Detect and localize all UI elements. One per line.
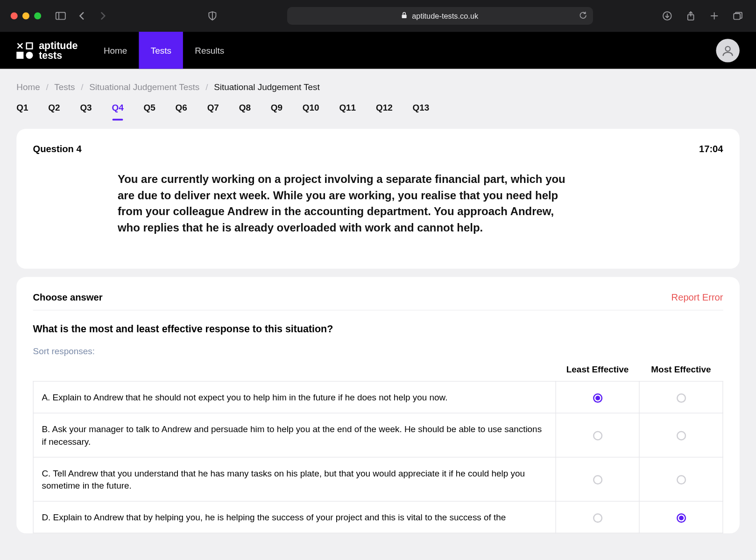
question-card: Question 4 17:04 You are currently worki… <box>16 129 740 269</box>
url-text: aptitude-tests.co.uk <box>412 12 478 21</box>
new-tab-icon[interactable] <box>707 8 722 24</box>
tab-q13[interactable]: Q13 <box>413 102 430 112</box>
answer-option-text: C. Tell Andrew that you understand that … <box>33 457 556 502</box>
fullscreen-window-icon[interactable] <box>34 12 41 19</box>
answer-option-text: A. Explain to Andrew that he should not … <box>33 381 556 413</box>
tab-q10[interactable]: Q10 <box>303 102 319 112</box>
tab-q1[interactable]: Q1 <box>16 102 28 112</box>
back-icon[interactable] <box>74 8 90 24</box>
col-header-most: Most Effective <box>639 364 723 381</box>
question-label: Question 4 <box>33 144 82 155</box>
answer-row: B. Ask your manager to talk to Andrew an… <box>33 413 723 457</box>
brand-logo[interactable]: aptitude tests <box>16 40 78 60</box>
breadcrumb: Home / Tests / Situational Judgement Tes… <box>16 82 740 91</box>
radio-least-a[interactable] <box>593 393 602 403</box>
forward-icon[interactable] <box>95 8 111 24</box>
svg-rect-10 <box>734 14 740 20</box>
radio-most-c[interactable] <box>676 475 685 484</box>
close-window-icon[interactable] <box>11 12 18 19</box>
answer-row: D. Explain to Andrew that by helping you… <box>33 501 723 533</box>
tab-q9[interactable]: Q9 <box>271 102 283 112</box>
lock-icon <box>401 12 407 21</box>
page-content: Home / Tests / Situational Judgement Tes… <box>0 69 756 554</box>
choose-answer-label: Choose answer <box>33 292 103 303</box>
tab-q6[interactable]: Q6 <box>176 102 187 112</box>
radio-least-c[interactable] <box>593 475 602 484</box>
divider <box>33 310 723 310</box>
breadcrumb-home[interactable]: Home <box>16 82 40 91</box>
question-text: You are currently working on a project i… <box>118 171 577 236</box>
svg-rect-0 <box>56 12 65 19</box>
tab-q2[interactable]: Q2 <box>48 102 60 112</box>
sort-responses-label: Sort responses: <box>33 346 723 356</box>
site-header: aptitude tests Home Tests Results <box>0 32 756 69</box>
question-tabs: Q1 Q2 Q3 Q4 Q5 Q6 Q7 Q8 Q9 Q10 Q11 Q12 Q… <box>16 102 740 112</box>
radio-least-d[interactable] <box>593 513 602 523</box>
breadcrumb-tests[interactable]: Tests <box>54 82 75 91</box>
browser-chrome: aptitude-tests.co.uk <box>0 0 756 32</box>
answer-option-text: D. Explain to Andrew that by helping you… <box>33 501 556 533</box>
brand-text: aptitude tests <box>39 40 78 60</box>
answer-prompt: What is the most and least effective res… <box>33 323 723 335</box>
address-bar[interactable]: aptitude-tests.co.uk <box>287 7 593 25</box>
tabs-overview-icon[interactable] <box>730 8 746 24</box>
tab-q8[interactable]: Q8 <box>239 102 251 112</box>
answer-row: C. Tell Andrew that you understand that … <box>33 457 723 502</box>
tab-q11[interactable]: Q11 <box>339 102 356 112</box>
address-bar-container: aptitude-tests.co.uk <box>226 7 654 25</box>
shield-icon[interactable] <box>205 8 220 24</box>
report-error-link[interactable]: Report Error <box>671 292 723 303</box>
radio-most-b[interactable] <box>676 431 685 441</box>
sidebar-toggle-icon[interactable] <box>53 8 68 24</box>
answer-option-text: B. Ask your manager to talk to Andrew an… <box>33 413 556 457</box>
breadcrumb-category[interactable]: Situational Judgement Tests <box>89 82 199 91</box>
brand-logo-icon <box>16 42 33 58</box>
window-controls <box>11 12 42 19</box>
svg-point-11 <box>726 46 730 51</box>
answers-card: Choose answer Report Error What is the m… <box>16 277 740 533</box>
svg-rect-3 <box>402 14 407 18</box>
radio-most-d[interactable] <box>676 513 685 523</box>
minimize-window-icon[interactable] <box>22 12 29 19</box>
nav-home[interactable]: Home <box>92 32 139 69</box>
avatar[interactable] <box>716 39 739 62</box>
tab-q4[interactable]: Q4 <box>112 102 123 112</box>
nav-results[interactable]: Results <box>183 32 236 69</box>
share-icon[interactable] <box>683 8 699 24</box>
primary-nav: Home Tests Results <box>92 32 236 69</box>
tab-q3[interactable]: Q3 <box>80 102 92 112</box>
downloads-icon[interactable] <box>659 8 675 24</box>
breadcrumb-current: Situational Judgement Test <box>214 82 320 91</box>
reload-icon[interactable] <box>579 11 587 21</box>
radio-least-b[interactable] <box>593 431 602 441</box>
col-header-least: Least Effective <box>556 364 639 381</box>
answer-row: A. Explain to Andrew that he should not … <box>33 381 723 413</box>
user-icon <box>721 44 735 57</box>
answers-table: Least Effective Most Effective A. Explai… <box>33 364 723 533</box>
nav-tests[interactable]: Tests <box>139 32 184 69</box>
radio-most-a[interactable] <box>676 393 685 403</box>
tab-q5[interactable]: Q5 <box>144 102 155 112</box>
tab-q7[interactable]: Q7 <box>207 102 219 112</box>
question-timer: 17:04 <box>699 144 723 155</box>
tab-q12[interactable]: Q12 <box>376 102 393 112</box>
